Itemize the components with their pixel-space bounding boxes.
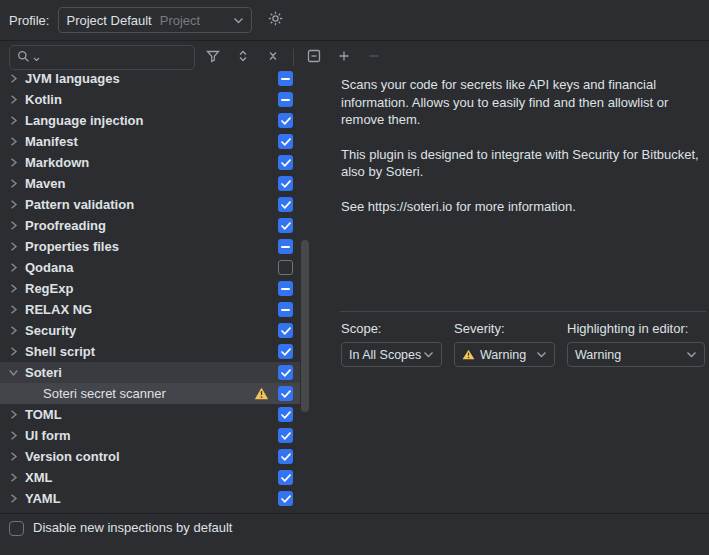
inspection-checkbox[interactable] — [278, 176, 293, 191]
inspection-checkbox[interactable] — [278, 428, 293, 443]
highlighting-label: Highlighting in editor: — [567, 321, 705, 336]
inspection-checkbox[interactable] — [278, 260, 293, 275]
chevron-collapsed-icon[interactable] — [7, 472, 20, 484]
tree-scrollbar-thumb[interactable] — [301, 240, 309, 412]
tree-row-ui-form[interactable]: UI form — [0, 425, 300, 446]
chevron-collapsed-icon[interactable] — [7, 157, 20, 169]
tree-row-manifest[interactable]: Manifest — [0, 131, 300, 152]
tree-row-language-injection[interactable]: Language injection — [0, 110, 300, 131]
tree-item-label: XML — [25, 470, 52, 485]
profile-bar: Profile: Project Default Project — [0, 0, 709, 40]
chevron-collapsed-icon[interactable] — [7, 283, 20, 295]
inspection-checkbox[interactable] — [278, 218, 293, 233]
tree-item-label: Kotlin — [25, 92, 62, 107]
tree-row-toml[interactable]: TOML — [0, 404, 300, 425]
tree-item-label: Markdown — [25, 155, 89, 170]
remove-button[interactable] — [362, 46, 386, 70]
expand-all-button[interactable] — [231, 46, 255, 70]
footer-bar: Disable new inspections by default — [0, 513, 709, 555]
profile-label: Profile: — [9, 13, 49, 28]
search-input[interactable] — [42, 49, 178, 66]
disable-new-inspections-checkbox[interactable] — [9, 521, 24, 536]
inspection-checkbox[interactable] — [278, 281, 293, 296]
inspection-checkbox[interactable] — [278, 302, 293, 317]
profile-scope-hint: Project — [160, 13, 200, 28]
highlighting-control: Highlighting in editor: Warning — [567, 321, 705, 367]
chevron-collapsed-icon[interactable] — [7, 451, 20, 463]
inspection-checkbox[interactable] — [278, 470, 293, 485]
chevron-collapsed-icon[interactable] — [7, 262, 20, 274]
tree-row-qodana[interactable]: Qodana — [0, 257, 300, 278]
chevron-collapsed-icon[interactable] — [7, 493, 20, 505]
chevron-collapsed-icon[interactable] — [7, 73, 20, 85]
tree-item-label: Pattern validation — [25, 197, 134, 212]
inspection-checkbox[interactable] — [278, 491, 293, 506]
tree-row-proofreading[interactable]: Proofreading — [0, 215, 300, 236]
reset-profile-button[interactable] — [302, 46, 326, 70]
search-field[interactable] — [9, 45, 195, 70]
chevron-expanded-icon[interactable] — [7, 367, 20, 379]
tree-row-relax-ng[interactable]: RELAX NG — [0, 299, 300, 320]
tree-item-label: UI form — [25, 428, 71, 443]
tree-row-xml[interactable]: XML — [0, 467, 300, 488]
inspection-checkbox[interactable] — [278, 365, 293, 380]
inspection-checkbox[interactable] — [278, 407, 293, 422]
search-history-chevron-icon[interactable] — [33, 50, 40, 65]
chevron-collapsed-icon[interactable] — [7, 304, 20, 316]
tree-row-kotlin[interactable]: Kotlin — [0, 89, 300, 110]
tree-row-maven[interactable]: Maven — [0, 173, 300, 194]
add-button[interactable] — [332, 46, 356, 70]
chevron-collapsed-icon[interactable] — [7, 325, 20, 337]
toolbar-separator — [293, 49, 294, 66]
scope-dropdown[interactable]: In All Scopes — [341, 342, 442, 367]
details-controls: Scope: In All Scopes Severity: Warning — [341, 321, 705, 367]
chevron-collapsed-icon[interactable] — [7, 220, 20, 232]
tree-row-properties-files[interactable]: Properties files — [0, 236, 300, 257]
chevron-collapsed-icon[interactable] — [7, 409, 20, 421]
tree-row-pattern-validation[interactable]: Pattern validation — [0, 194, 300, 215]
inspections-settings-window: Profile: Project Default Project — [0, 0, 709, 555]
tree-row-security[interactable]: Security — [0, 320, 300, 341]
inspection-checkbox[interactable] — [278, 323, 293, 338]
chevron-collapsed-icon[interactable] — [7, 115, 20, 127]
chevron-collapsed-icon[interactable] — [7, 430, 20, 442]
severity-dropdown[interactable]: Warning — [454, 342, 555, 367]
tree-row-version-control[interactable]: Version control — [0, 446, 300, 467]
tree-item-label: RegExp — [25, 281, 73, 296]
chevron-collapsed-icon[interactable] — [7, 94, 20, 106]
inspection-checkbox[interactable] — [278, 344, 293, 359]
tree-row-soteri-secret-scanner[interactable]: Soteri secret scanner — [0, 383, 300, 404]
collapse-all-button[interactable] — [261, 46, 285, 70]
inspection-checkbox[interactable] — [278, 71, 293, 86]
scope-label: Scope: — [341, 321, 442, 336]
chevron-collapsed-icon[interactable] — [7, 136, 20, 148]
filter-button[interactable] — [201, 46, 225, 70]
profile-settings-button[interactable] — [265, 8, 286, 32]
tree-row-soteri[interactable]: Soteri — [0, 362, 300, 383]
tree-item-label: JVM languages — [25, 71, 120, 86]
inspection-checkbox[interactable] — [278, 134, 293, 149]
chevron-collapsed-icon[interactable] — [7, 178, 20, 190]
severity-control: Severity: Warning — [454, 321, 555, 367]
tree-item-label: Soteri secret scanner — [43, 386, 166, 401]
inspection-checkbox[interactable] — [278, 197, 293, 212]
tree-row-markdown[interactable]: Markdown — [0, 152, 300, 173]
profile-combobox[interactable]: Project Default Project — [58, 7, 252, 33]
chevron-collapsed-icon[interactable] — [7, 241, 20, 253]
inspection-checkbox[interactable] — [278, 239, 293, 254]
gear-icon — [267, 10, 284, 30]
chevron-collapsed-icon[interactable] — [7, 199, 20, 211]
inspection-checkbox[interactable] — [278, 449, 293, 464]
tree-row-jvm-languages[interactable]: JVM languages — [0, 68, 300, 89]
inspection-checkbox[interactable] — [278, 113, 293, 128]
highlighting-dropdown[interactable]: Warning — [567, 342, 705, 367]
plus-icon — [336, 48, 352, 67]
collapse-all-icon — [265, 48, 281, 67]
inspection-checkbox[interactable] — [278, 386, 293, 401]
tree-row-regexp[interactable]: RegExp — [0, 278, 300, 299]
inspection-checkbox[interactable] — [278, 92, 293, 107]
tree-row-yaml[interactable]: YAML — [0, 488, 300, 509]
tree-row-shell-script[interactable]: Shell script — [0, 341, 300, 362]
inspection-checkbox[interactable] — [278, 155, 293, 170]
chevron-collapsed-icon[interactable] — [7, 346, 20, 358]
